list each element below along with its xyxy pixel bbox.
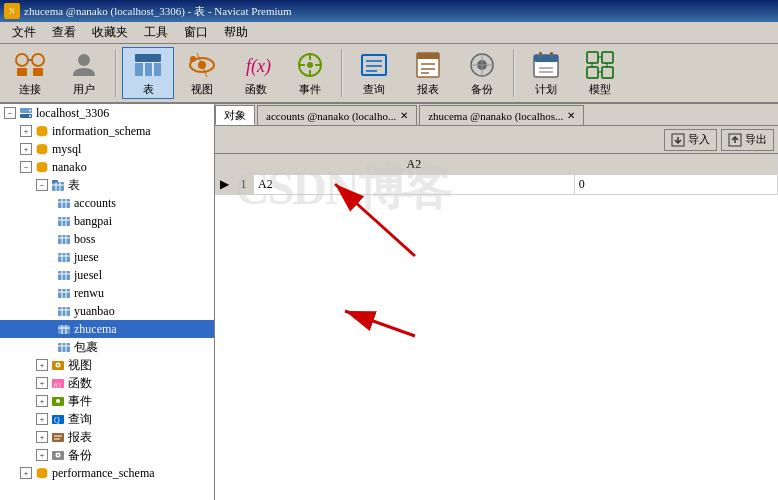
svg-rect-73 bbox=[58, 253, 70, 262]
svg-rect-61 bbox=[58, 199, 70, 208]
expand-queries[interactable]: + bbox=[36, 413, 48, 425]
left-panel: − localhost_3306 + information_schema + bbox=[0, 104, 215, 500]
toolbar-table[interactable]: 表 bbox=[122, 47, 174, 99]
expand-localhost[interactable]: − bbox=[4, 107, 16, 119]
menu-file[interactable]: 文件 bbox=[4, 22, 44, 43]
toolbar-connect[interactable]: 连接 bbox=[4, 47, 56, 99]
toolbar-user[interactable]: 用户 bbox=[58, 47, 110, 99]
expand-info-schema[interactable]: + bbox=[20, 125, 32, 137]
tree-item-mysql[interactable]: + mysql bbox=[0, 140, 214, 158]
table-row: ▶ 1 A2 0 bbox=[216, 175, 778, 195]
expand-tables[interactable]: − bbox=[36, 179, 48, 191]
tree-item-nanako[interactable]: − nanako bbox=[0, 158, 214, 176]
col-header-arrow bbox=[216, 155, 234, 175]
tab-zhucema[interactable]: zhucema @nanako (localhos... ✕ bbox=[419, 105, 584, 125]
expand-events[interactable]: + bbox=[36, 395, 48, 407]
tree-item-localhost[interactable]: − localhost_3306 bbox=[0, 104, 214, 122]
import-button[interactable]: 导入 bbox=[664, 129, 717, 151]
data-table: A2 ▶ 1 A2 0 bbox=[215, 154, 778, 500]
menu-tools[interactable]: 工具 bbox=[136, 22, 176, 43]
tree-label-backup: 备份 bbox=[68, 447, 92, 464]
tree-item-backup-folder[interactable]: + 备份 bbox=[0, 446, 214, 464]
tree-item-bao[interactable]: 包裹 bbox=[0, 338, 214, 356]
db-nanako-icon bbox=[34, 159, 50, 175]
table-accounts-icon bbox=[56, 195, 72, 211]
expand-functions[interactable]: + bbox=[36, 377, 48, 389]
toolbar-query[interactable]: 查询 bbox=[348, 47, 400, 99]
tab-accounts-close[interactable]: ✕ bbox=[400, 110, 408, 121]
server-icon bbox=[18, 105, 34, 121]
toolbar-sep-1 bbox=[115, 49, 117, 97]
expand-backup[interactable]: + bbox=[36, 449, 48, 461]
menu-favorites[interactable]: 收藏夹 bbox=[84, 22, 136, 43]
tree-label-tables: 表 bbox=[68, 177, 80, 194]
export-label: 导出 bbox=[745, 132, 767, 147]
tree-item-tables-folder[interactable]: − 表 bbox=[0, 176, 214, 194]
expand-perf-schema[interactable]: + bbox=[20, 467, 32, 479]
toolbar-report[interactable]: 报表 bbox=[402, 47, 454, 99]
tree-label-mysql: mysql bbox=[52, 142, 81, 157]
tree-item-bangpai[interactable]: bangpai bbox=[0, 212, 214, 230]
tree-item-juesel[interactable]: juesel bbox=[0, 266, 214, 284]
tab-objects[interactable]: 对象 bbox=[215, 105, 255, 125]
toolbar-event[interactable]: 事件 bbox=[284, 47, 336, 99]
expand-reports[interactable]: + bbox=[36, 431, 48, 443]
tree-item-perf-schema[interactable]: + performance_schema bbox=[0, 464, 214, 482]
tree-label-events: 事件 bbox=[68, 393, 92, 410]
tree-item-queries-folder[interactable]: + Q 查询 bbox=[0, 410, 214, 428]
svg-rect-42 bbox=[602, 52, 613, 63]
table-juesel-icon bbox=[56, 267, 72, 283]
tab-accounts[interactable]: accounts @nanako (localho... ✕ bbox=[257, 105, 417, 125]
svg-rect-27 bbox=[417, 53, 439, 59]
toolbar-model[interactable]: 模型 bbox=[574, 47, 626, 99]
table-boss-icon bbox=[56, 231, 72, 247]
user-icon bbox=[68, 50, 100, 80]
tree-item-accounts[interactable]: accounts bbox=[0, 194, 214, 212]
window-title: zhucema @nanako (localhost_3306) - 表 - N… bbox=[24, 4, 292, 19]
tree-item-juese[interactable]: juese bbox=[0, 248, 214, 266]
expand-nanako[interactable]: − bbox=[20, 161, 32, 173]
menu-window[interactable]: 窗口 bbox=[176, 22, 216, 43]
tree-label-juese: juese bbox=[74, 250, 99, 265]
tab-accounts-label: accounts @nanako (localho... bbox=[266, 110, 396, 122]
schedule-icon bbox=[530, 50, 562, 80]
tree-item-boss[interactable]: boss bbox=[0, 230, 214, 248]
toolbar-view-label: 视图 bbox=[191, 82, 213, 97]
svg-rect-37 bbox=[539, 52, 542, 58]
tree-item-reports-folder[interactable]: + 报表 bbox=[0, 428, 214, 446]
tree-item-info-schema[interactable]: + information_schema bbox=[0, 122, 214, 140]
tree-item-views-folder[interactable]: + 视图 bbox=[0, 356, 214, 374]
toolbar-backup[interactable]: 备份 bbox=[456, 47, 508, 99]
tree-item-functions-folder[interactable]: + f() 函数 bbox=[0, 374, 214, 392]
export-button[interactable]: 导出 bbox=[721, 129, 774, 151]
cell-a2-1[interactable]: A2 bbox=[254, 175, 575, 195]
svg-rect-1 bbox=[33, 68, 43, 76]
tree-item-events-folder[interactable]: + 事件 bbox=[0, 392, 214, 410]
query-icon bbox=[358, 50, 390, 80]
expand-mysql[interactable]: + bbox=[20, 143, 32, 155]
cell-val-1[interactable]: 0 bbox=[574, 175, 777, 195]
tree-item-zhucema[interactable]: zhucema bbox=[0, 320, 214, 338]
content-toolbar: 导入 导出 bbox=[215, 126, 778, 154]
events-folder-icon bbox=[50, 393, 66, 409]
expand-views[interactable]: + bbox=[36, 359, 48, 371]
col-header-num bbox=[234, 155, 254, 175]
menu-view[interactable]: 查看 bbox=[44, 22, 84, 43]
svg-text:Q: Q bbox=[54, 416, 60, 425]
tree-label-info-schema: information_schema bbox=[52, 124, 151, 139]
event-icon bbox=[294, 50, 326, 80]
svg-point-111 bbox=[57, 454, 59, 456]
toolbar-view[interactable]: 视图 bbox=[176, 47, 228, 99]
tab-zhucema-close[interactable]: ✕ bbox=[567, 110, 575, 121]
row-arrow-1: ▶ bbox=[216, 175, 234, 195]
tree-item-yuanbao[interactable]: yuanbao bbox=[0, 302, 214, 320]
toolbar-function[interactable]: f(x) 函数 bbox=[230, 47, 282, 99]
toolbar-function-label: 函数 bbox=[245, 82, 267, 97]
tree-item-renwu[interactable]: renwu bbox=[0, 284, 214, 302]
toolbar-schedule[interactable]: 计划 bbox=[520, 47, 572, 99]
tree-label-queries: 查询 bbox=[68, 411, 92, 428]
tree-label-bangpai: bangpai bbox=[74, 214, 112, 229]
menu-help[interactable]: 帮助 bbox=[216, 22, 256, 43]
tree-label-accounts: accounts bbox=[74, 196, 116, 211]
svg-rect-44 bbox=[602, 67, 613, 78]
